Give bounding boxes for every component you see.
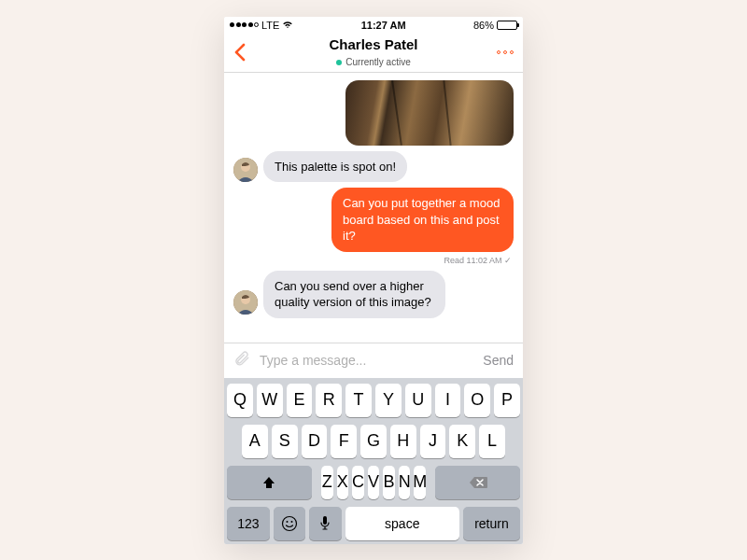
- backspace-icon: [469, 476, 487, 489]
- svg-rect-7: [323, 516, 327, 525]
- key-h[interactable]: H: [390, 425, 416, 458]
- space-key[interactable]: space: [345, 507, 459, 540]
- message-row-sent: Can you put together a mood board based …: [233, 188, 514, 252]
- mic-key[interactable]: [309, 507, 341, 540]
- more-button[interactable]: [486, 50, 514, 54]
- key-k[interactable]: K: [449, 425, 475, 458]
- svg-point-4: [283, 516, 297, 530]
- key-x[interactable]: X: [337, 466, 349, 499]
- read-receipt: Read 11:02 AM ✓: [233, 256, 514, 265]
- chat-screen: LTE 11:27 AM 86% Charles Patel Currently…: [224, 17, 523, 544]
- presence-label: Currently active: [345, 57, 410, 67]
- status-right: 86%: [473, 20, 517, 31]
- key-s[interactable]: S: [272, 425, 298, 458]
- status-left: LTE: [230, 20, 293, 31]
- chevron-left-icon: [233, 43, 247, 62]
- check-icon: ✓: [504, 256, 512, 265]
- key-i[interactable]: I: [435, 384, 461, 417]
- message-bubble[interactable]: Can you put together a mood board based …: [331, 188, 514, 252]
- contact-name: Charles Patel: [261, 36, 486, 52]
- message-bubble[interactable]: This palette is spot on!: [263, 151, 407, 183]
- carrier-label: LTE: [261, 20, 279, 31]
- key-u[interactable]: U: [405, 384, 431, 417]
- avatar[interactable]: [233, 290, 258, 315]
- key-w[interactable]: W: [257, 384, 283, 417]
- emoji-icon: [281, 515, 298, 532]
- key-z[interactable]: Z: [321, 466, 333, 499]
- key-v[interactable]: V: [368, 466, 380, 499]
- backspace-key[interactable]: [435, 466, 520, 499]
- key-f[interactable]: F: [331, 425, 357, 458]
- battery-icon: [497, 21, 517, 30]
- image-attachment[interactable]: [345, 80, 514, 146]
- wifi-icon: [282, 20, 293, 31]
- key-g[interactable]: G: [360, 425, 387, 458]
- more-icon: [497, 50, 500, 54]
- key-y[interactable]: Y: [375, 384, 402, 417]
- key-o[interactable]: O: [464, 384, 490, 417]
- return-key[interactable]: return: [463, 507, 520, 540]
- svg-point-5: [287, 521, 289, 523]
- nav-title-group[interactable]: Charles Patel Currently active: [261, 36, 486, 69]
- key-r[interactable]: R: [316, 384, 342, 417]
- message-row-received: This palette is spot on!: [233, 151, 514, 183]
- back-button[interactable]: [233, 38, 261, 66]
- status-bar: LTE 11:27 AM 86%: [224, 17, 523, 34]
- numbers-key[interactable]: 123: [227, 507, 270, 540]
- key-q[interactable]: Q: [227, 384, 253, 417]
- battery-pct: 86%: [473, 20, 494, 31]
- message-list[interactable]: This palette is spot on! Can you put tog…: [224, 73, 523, 343]
- key-d[interactable]: D: [302, 425, 328, 458]
- composer: Send: [224, 343, 523, 378]
- message-input[interactable]: [260, 353, 473, 368]
- key-e[interactable]: E: [287, 384, 313, 417]
- message-row-received: Can you send over a higher quality versi…: [233, 271, 514, 318]
- key-a[interactable]: A: [242, 425, 268, 458]
- key-n[interactable]: N: [399, 466, 411, 499]
- status-time: 11:27 AM: [361, 20, 406, 31]
- keyboard: QWERTYUIOP ASDFGHJKL ZXCVBNM 123 space r…: [224, 378, 523, 544]
- mic-icon: [319, 515, 331, 532]
- presence-dot-icon: [336, 60, 342, 65]
- emoji-key[interactable]: [274, 507, 305, 540]
- paperclip-icon: [233, 350, 250, 367]
- shift-icon: [261, 475, 276, 490]
- key-m[interactable]: M: [414, 466, 426, 499]
- key-t[interactable]: T: [345, 384, 372, 417]
- message-image-sent: [233, 80, 514, 146]
- key-c[interactable]: C: [352, 466, 364, 499]
- signal-dots-icon: [230, 22, 259, 27]
- key-b[interactable]: B: [383, 466, 395, 499]
- key-p[interactable]: P: [494, 384, 520, 417]
- key-j[interactable]: J: [420, 425, 446, 458]
- key-l[interactable]: L: [479, 425, 505, 458]
- avatar[interactable]: [233, 158, 258, 182]
- send-button[interactable]: Send: [483, 353, 514, 368]
- nav-header: Charles Patel Currently active: [224, 34, 523, 73]
- svg-point-6: [291, 521, 293, 523]
- attach-button[interactable]: [233, 350, 250, 371]
- shift-key[interactable]: [227, 466, 312, 499]
- message-bubble[interactable]: Can you send over a higher quality versi…: [263, 271, 445, 318]
